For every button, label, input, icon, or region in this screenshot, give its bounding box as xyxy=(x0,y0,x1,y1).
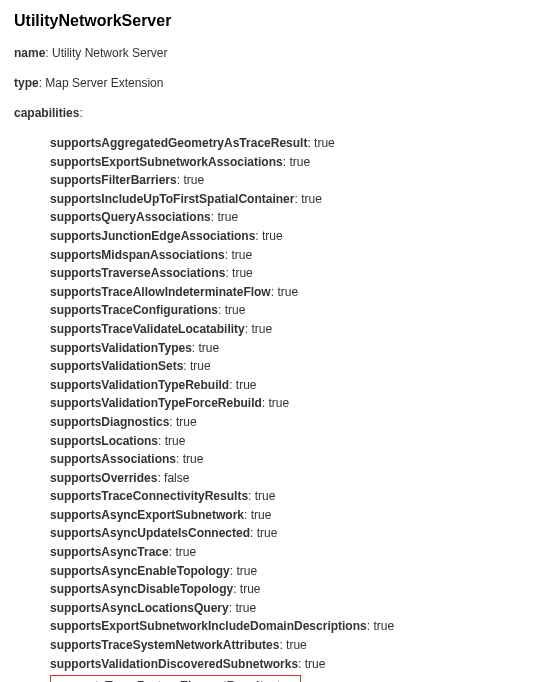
capability-key: supportsTraceValidateLocatability xyxy=(50,322,245,336)
capability-value: true xyxy=(175,545,196,559)
capability-key: supportsValidationTypeForceRebuild xyxy=(50,396,262,410)
capability-value: true xyxy=(225,303,246,317)
capability-key: supportsAssociations xyxy=(50,452,176,466)
capability-key: supportsLocations xyxy=(50,434,158,448)
capabilities-row: capabilities: xyxy=(14,104,535,122)
name-value: Utility Network Server xyxy=(52,46,167,60)
capability-value: true xyxy=(314,136,335,150)
capability-key: supportsMidspanAssociations xyxy=(50,248,225,262)
capability-value: true xyxy=(176,415,197,429)
capability-key: supportsAggregatedGeometryAsTraceResult xyxy=(50,136,307,150)
capability-key: supportsValidationSets xyxy=(50,359,183,373)
capability-row: supportsAsyncUpdateIsConnected: true xyxy=(50,524,535,543)
capability-row: supportsTraverseAssociations: true xyxy=(50,264,535,283)
capability-key: supportsOverrides xyxy=(50,471,157,485)
capability-key: supportsTraceSystemNetworkAttributes xyxy=(50,638,279,652)
capability-row: supportsAsyncLocationsQuery: true xyxy=(50,599,535,618)
capability-row: supportsAsyncTrace: true xyxy=(50,543,535,562)
capability-key: supportsFilterBarriers xyxy=(50,173,177,187)
capability-value: true xyxy=(305,657,326,671)
capability-key: supportsTraceConnectivityResults xyxy=(50,489,248,503)
capability-row: supportsExportSubnetworkAssociations: tr… xyxy=(50,153,535,172)
capability-key: supportsAsyncExportSubnetwork xyxy=(50,508,244,522)
type-label: type xyxy=(14,76,39,90)
capability-value: true xyxy=(236,378,257,392)
capability-value: true xyxy=(165,434,186,448)
capability-value: true xyxy=(198,341,219,355)
capability-key: supportsValidationDiscoveredSubnetworks xyxy=(50,657,298,671)
capability-key: supportsAsyncUpdateIsConnected xyxy=(50,526,250,540)
capability-row: supportsTraceSystemNetworkAttributes: tr… xyxy=(50,636,535,655)
capability-value: true xyxy=(235,601,256,615)
name-row: name: Utility Network Server xyxy=(14,44,535,62)
capability-value: true xyxy=(277,285,298,299)
capability-row: supportsTraceAllowIndeterminateFlow: tru… xyxy=(50,283,535,302)
capability-row: supportsValidationDiscoveredSubnetworks:… xyxy=(50,655,535,674)
capability-row: supportsTraceConfigurations: true xyxy=(50,301,535,320)
capability-row: supportsOverrides: false xyxy=(50,469,535,488)
capability-value: true xyxy=(268,396,289,410)
capability-row: supportsAggregatedGeometryAsTraceResult:… xyxy=(50,134,535,153)
capability-value: false xyxy=(164,471,189,485)
capability-value: true xyxy=(236,564,257,578)
capability-value: true xyxy=(257,526,278,540)
capability-row: supportsTraceFeatureElementResults: true xyxy=(54,677,297,682)
capability-value: true xyxy=(262,229,283,243)
capability-key: supportsTraceConfigurations xyxy=(50,303,218,317)
capability-row: supportsAsyncExportSubnetwork: true xyxy=(50,506,535,525)
capability-row: supportsLocations: true xyxy=(50,432,535,451)
capability-key: supportsAsyncDisableTopology xyxy=(50,582,233,596)
capability-row: supportsAssociations: true xyxy=(50,450,535,469)
capabilities-list: supportsAggregatedGeometryAsTraceResult:… xyxy=(50,134,535,682)
capability-key: supportsAsyncEnableTopology xyxy=(50,564,230,578)
capability-value: true xyxy=(251,322,272,336)
capability-row: supportsMidspanAssociations: true xyxy=(50,246,535,265)
capability-value: true xyxy=(301,192,322,206)
name-label: name xyxy=(14,46,45,60)
capability-key: supportsTraceAllowIndeterminateFlow xyxy=(50,285,271,299)
capability-value: true xyxy=(231,248,252,262)
capability-key: supportsExportSubnetworkAssociations xyxy=(50,155,283,169)
type-row: type: Map Server Extension xyxy=(14,74,535,92)
capability-value: true xyxy=(240,582,261,596)
capability-row: supportsFilterBarriers: true xyxy=(50,171,535,190)
capabilities-label: capabilities xyxy=(14,106,79,120)
capability-key: supportsQueryAssociations xyxy=(50,210,211,224)
capability-value: true xyxy=(286,638,307,652)
colon: : xyxy=(79,106,82,120)
capability-key: supportsAsyncTrace xyxy=(50,545,169,559)
capability-row: supportsValidationSets: true xyxy=(50,357,535,376)
capability-row: supportsDiagnostics: true xyxy=(50,413,535,432)
capability-key: supportsDiagnostics xyxy=(50,415,169,429)
capability-row: supportsTraceConnectivityResults: true xyxy=(50,487,535,506)
capability-value: true xyxy=(251,508,272,522)
capability-row: supportsValidationTypes: true xyxy=(50,339,535,358)
capability-value: true xyxy=(289,155,310,169)
capability-key: supportsIncludeUpToFirstSpatialContainer xyxy=(50,192,294,206)
capability-key: supportsTraverseAssociations xyxy=(50,266,225,280)
capability-key: supportsAsyncLocationsQuery xyxy=(50,601,229,615)
capability-value: true xyxy=(373,619,394,633)
capability-value: true xyxy=(255,489,276,503)
capability-row: supportsValidationTypeForceRebuild: true xyxy=(50,394,535,413)
capability-row: supportsTraceValidateLocatability: true xyxy=(50,320,535,339)
highlighted-capabilities: supportsTraceFeatureElementResults: true… xyxy=(50,675,301,682)
capability-key: supportsJunctionEdgeAssociations xyxy=(50,229,255,243)
capability-value: true xyxy=(217,210,238,224)
capability-row: supportsAsyncDisableTopology: true xyxy=(50,580,535,599)
capability-row: supportsJunctionEdgeAssociations: true xyxy=(50,227,535,246)
type-value: Map Server Extension xyxy=(45,76,163,90)
capability-key: supportsExportSubnetworkIncludeDomainDes… xyxy=(50,619,367,633)
capability-value: true xyxy=(183,173,204,187)
capability-row: supportsAsyncEnableTopology: true xyxy=(50,562,535,581)
capability-row: supportsIncludeUpToFirstSpatialContainer… xyxy=(50,190,535,209)
capability-row: supportsQueryAssociations: true xyxy=(50,208,535,227)
capability-value: true xyxy=(183,452,204,466)
capability-row: supportsValidationTypeRebuild: true xyxy=(50,376,535,395)
page-title: UtilityNetworkServer xyxy=(14,12,535,30)
capability-key: supportsValidationTypeRebuild xyxy=(50,378,229,392)
capability-value: true xyxy=(190,359,211,373)
capability-value: true xyxy=(232,266,253,280)
capability-key: supportsValidationTypes xyxy=(50,341,192,355)
capability-row: supportsExportSubnetworkIncludeDomainDes… xyxy=(50,617,535,636)
